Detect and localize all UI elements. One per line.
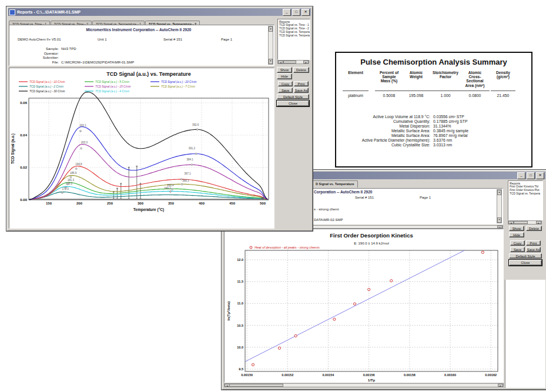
svg-text:11.5: 11.5 <box>237 280 243 283</box>
window2-chart-hscrollbar[interactable]: ◄ ► <box>224 383 504 387</box>
print-button[interactable]: Print <box>294 81 309 86</box>
maximize-icon[interactable]: □ <box>292 9 300 16</box>
summary-column: Percent ofSampleMass (%)0.5008 <box>375 71 403 98</box>
summary-cell: 0.0800 <box>460 93 490 98</box>
default-style-button[interactable]: Default Style <box>277 94 309 99</box>
close-button[interactable]: Close <box>277 100 309 106</box>
scroll-up-icon[interactable]: ▲ <box>497 190 501 195</box>
window2-header-scrollbar[interactable]: ▲ ▼ <box>497 189 502 223</box>
svg-text:178.3: 178.3 <box>66 182 73 185</box>
scroll-down-icon[interactable]: ▼ <box>497 217 501 223</box>
window2-page: Page 1 <box>420 196 431 199</box>
report-list-item[interactable]: TCD Signal vs. Tempera <box>508 192 542 196</box>
svg-text:10.0: 10.0 <box>237 346 243 349</box>
scrollbar-thumb[interactable] <box>283 61 296 63</box>
summary-cell: 1.000 <box>429 93 462 98</box>
window1-chart-pane: TCD Signal (a.u.) vs. TemperatureTCD Sig… <box>9 68 274 229</box>
window1-reports-panel: Reports TCD Signal vs. Time - 1TCD Signa… <box>276 16 311 229</box>
print-button[interactable]: Print <box>526 240 541 246</box>
hide-button[interactable]: Hide <box>509 232 524 237</box>
report-list-item[interactable]: TCD Signal vs. Tempera <box>278 34 310 38</box>
svg-text:ln(Tp²/beta): ln(Tp²/beta) <box>227 301 230 321</box>
window2-reports-panel: Reports First Order Kinetics TblFirst Or… <box>505 180 545 388</box>
svg-text:500: 500 <box>260 202 266 205</box>
scroll-up-icon[interactable]: ▲ <box>269 26 273 32</box>
svg-text:0.00: 0.00 <box>20 198 27 202</box>
svg-text:9.5: 9.5 <box>239 367 243 371</box>
kinetics-chart: First Order Desorption KineticsE: 190.0 … <box>225 229 502 383</box>
svg-text:384.1: 384.1 <box>187 158 194 161</box>
scrollbar-thumb[interactable] <box>229 384 283 387</box>
summary-column: Density(g/cm³)21.450 <box>491 71 515 98</box>
window2-sample-fragment: s - strong chemi <box>314 207 339 211</box>
scroll-right-icon[interactable]: ► <box>303 61 309 63</box>
minimize-icon[interactable]: _ <box>517 172 525 179</box>
svg-text:Heat of desorption - all peaks: Heat of desorption - all peaks - strong … <box>254 246 320 249</box>
copy-button[interactable]: Copy <box>510 240 525 246</box>
svg-text:250: 250 <box>107 202 113 205</box>
svg-text:TCD Signal (a.u.): TCD Signal (a.u.) <box>11 133 15 164</box>
summary-column: AtomicWeight195.098 <box>403 71 429 98</box>
save-button[interactable]: Save <box>510 247 525 252</box>
result-row: Metallic Surface Area:76.8967 m²/g metal <box>336 133 531 138</box>
copy-button[interactable]: Copy <box>278 81 293 86</box>
operator-label: Operator: <box>15 52 59 55</box>
save-button[interactable]: Save <box>278 88 293 93</box>
scrollbar-thumb[interactable] <box>514 221 528 224</box>
window1-titlebar[interactable]: Reports - C:\...\DATA\MR-01.SMP _ □ ✕ <box>8 8 311 16</box>
default-style-button[interactable]: Default Style <box>509 253 542 259</box>
result-row: Metallic Surface Area:0.3845 m²/g sample <box>336 129 531 133</box>
hide-button[interactable]: Hide <box>277 73 292 79</box>
show-button[interactable]: Show <box>509 226 524 231</box>
scroll-right-icon[interactable]: ► <box>536 221 541 224</box>
submitter-label: Submitter: <box>15 56 59 59</box>
scroll-right-icon[interactable]: ► <box>498 384 503 387</box>
summary-column: StoichiometryFactor1.000 <box>429 71 462 98</box>
scroll-down-icon[interactable]: ▼ <box>269 59 273 64</box>
save-as-button[interactable]: Save As <box>294 88 309 93</box>
svg-text:Temperature (°C): Temperature (°C) <box>133 207 164 212</box>
maximize-icon[interactable]: □ <box>527 172 535 179</box>
reports-hscrollbar[interactable]: ◄ ► <box>277 60 309 64</box>
svg-text:12.0: 12.0 <box>237 258 243 262</box>
svg-text:TCD Signal (a.u.) - 10 C/min: TCD Signal (a.u.) - 10 C/min <box>29 81 65 83</box>
svg-text:194.8: 194.8 <box>75 163 82 166</box>
result-row: Cubic Crystallite Size:3.0313 nm <box>336 143 531 148</box>
sample-value: NH3 TPD <box>61 47 76 51</box>
svg-text:368.3: 368.3 <box>182 179 189 182</box>
svg-text:0.00162: 0.00162 <box>485 373 497 377</box>
scroll-right-icon[interactable]: ► <box>497 226 503 228</box>
save-as-button[interactable]: Save As <box>526 247 541 252</box>
svg-text:203.3: 203.3 <box>81 141 88 144</box>
minimize-icon[interactable]: _ <box>283 9 291 16</box>
svg-text:1/Tp: 1/Tp <box>368 378 376 382</box>
sample-label: Sample: <box>15 47 59 51</box>
tab-tcd-signal-vs-temperature[interactable]: D Signal vs. Temperature <box>312 180 358 187</box>
delete-button[interactable]: Delete <box>526 226 542 231</box>
scroll-left-icon[interactable]: ◄ <box>508 221 514 224</box>
window2-file-fragment: DATA\MR-02.SMP <box>314 218 343 222</box>
svg-text:350: 350 <box>168 202 175 205</box>
svg-text:352.4: 352.4 <box>167 184 174 187</box>
svg-text:0.00152: 0.00152 <box>282 373 293 377</box>
window1-header-scrollbar[interactable]: ▲ ▼ <box>268 26 273 65</box>
scroll-left-icon[interactable]: ◄ <box>278 61 283 63</box>
delete-button[interactable]: Delete <box>293 67 309 73</box>
svg-text:TCD Signal (a.u.) - 30 C/min: TCD Signal (a.u.) - 30 C/min <box>29 90 65 93</box>
window1-report-header-pane: Micromeritics Instrument Corporation -- … <box>9 25 274 66</box>
show-button[interactable]: Show <box>277 67 292 73</box>
summary-cell: 195.098 <box>403 93 429 98</box>
window2-corp-line: Corporation -- AutoChem II 2920 <box>314 190 372 194</box>
svg-text:0.06: 0.06 <box>20 101 27 105</box>
summary-cell: platinum <box>343 93 369 98</box>
close-icon[interactable]: ✕ <box>536 172 544 179</box>
reports-label: Reports <box>508 181 542 185</box>
reports-hscrollbar[interactable]: ◄ ► <box>508 220 542 225</box>
close-button[interactable]: Close <box>509 260 542 266</box>
summary-cell: 0.5008 <box>375 93 403 98</box>
reports-list: First Order Kinetics TblFirst Order Kine… <box>508 185 542 196</box>
file-label: File: <box>15 61 59 64</box>
result-row: Metal Dispersion:31.1344% <box>336 124 531 129</box>
close-icon[interactable]: ✕ <box>302 9 310 16</box>
window-icon <box>9 9 15 15</box>
